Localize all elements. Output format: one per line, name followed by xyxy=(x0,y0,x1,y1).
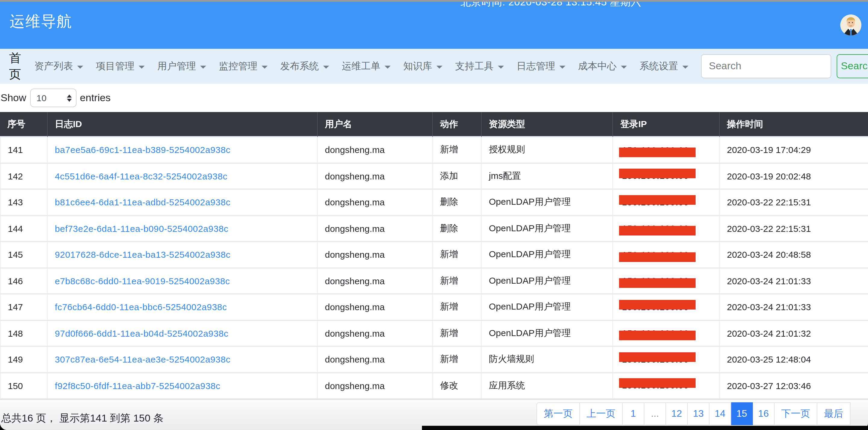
pagination-page-16[interactable]: 16 xyxy=(753,402,775,425)
nav-item-tools[interactable]: 支持工具 xyxy=(455,60,504,73)
cell-seq: 149 xyxy=(0,347,48,373)
cell-action: 添加 xyxy=(433,164,482,190)
table-row: 150 f92f8c50-6fdf-11ea-abb7-5254002a938c… xyxy=(0,373,868,399)
redacted-ip: 150.100.100.00 xyxy=(620,379,691,392)
redacted-ip: 150.100.100.00 xyxy=(620,169,691,183)
cell-logid: 97d0f666-6dd1-11ea-b04d-5254002a938c xyxy=(48,321,318,347)
pagination-next[interactable]: 下一页 xyxy=(775,402,817,425)
nav-item-cost[interactable]: 成本中心 xyxy=(578,60,627,73)
nav-item-release[interactable]: 发布系统 xyxy=(280,60,329,73)
cell-resource: OpenLDAP用户管理 xyxy=(482,295,613,321)
chevron-down-icon xyxy=(138,65,145,68)
redacted-ip: 150.100.100.00 xyxy=(620,143,691,157)
cell-user: dongsheng.ma xyxy=(318,216,433,242)
cell-action: 新增 xyxy=(433,321,482,347)
log-id-link[interactable]: 307c87ea-6e54-11ea-ae3e-5254002a938c xyxy=(55,355,230,365)
table-header-row: 序号 日志ID 用户名 动作 资源类型 登录IP 操作时间 xyxy=(0,112,868,137)
table-row: 144 bef73e2e-6da1-11ea-b090-5254002a938c… xyxy=(0,216,868,242)
nav-item-home[interactable]: 首页 xyxy=(9,50,21,82)
app-header: 运维导航 北京时间: 2020-03-28 13:15:45 星期六 xyxy=(0,2,868,49)
nav-item-assets[interactable]: 资产列表 xyxy=(34,60,83,73)
redacted-ip: 150.100.100.00 xyxy=(620,353,691,366)
log-id-link[interactable]: bef73e2e-6da1-11ea-b090-5254002a938c xyxy=(55,224,228,234)
cell-action: 新增 xyxy=(433,347,482,373)
cell-resource: OpenLDAP用户管理 xyxy=(482,242,613,268)
pagination-page-14[interactable]: 14 xyxy=(710,402,731,425)
chevron-down-icon xyxy=(77,65,83,68)
cell-ip: 150.100.100.00 xyxy=(613,190,720,216)
table-footer: 总共16 页， 显示第141 到第 150 条 第一页 上一页 1 ... 12… xyxy=(0,399,868,430)
page-size-select[interactable]: 10 xyxy=(30,89,76,107)
cell-time: 2020-03-24 21:01:33 xyxy=(720,268,868,295)
log-id-link[interactable]: ba7ee5a6-69c1-11ea-b389-5254002a938c xyxy=(55,145,230,155)
cell-time: 2020-03-22 22:15:31 xyxy=(720,216,868,242)
redaction-block xyxy=(619,331,696,340)
pagination-page-15-current[interactable]: 15 xyxy=(731,402,753,425)
search-input[interactable] xyxy=(701,54,831,78)
chevron-down-icon xyxy=(200,65,206,68)
beijing-clock-wrap: 北京时间: 2020-03-28 13:15:45 星期六 xyxy=(461,2,641,16)
chevron-down-icon xyxy=(261,65,268,68)
col-header-resource: 资源类型 xyxy=(482,112,613,137)
log-id-link[interactable]: fc76cb64-6dd0-11ea-bbc6-5254002a938c xyxy=(55,302,227,312)
cell-logid: f92f8c50-6fdf-11ea-abb7-5254002a938c xyxy=(48,373,318,399)
log-id-link[interactable]: 97d0f666-6dd1-11ea-b04d-5254002a938c xyxy=(55,328,228,338)
col-header-user: 用户名 xyxy=(318,112,433,137)
beijing-clock: 北京时间: 2020-03-28 13:15:45 星期六 xyxy=(461,2,641,9)
redacted-ip: 150.100.100.00 xyxy=(620,222,691,235)
chevron-down-icon xyxy=(621,65,627,68)
pagination-page-12[interactable]: 12 xyxy=(666,402,688,425)
cell-time: 2020-03-19 20:02:48 xyxy=(720,164,868,190)
nav-item-projects[interactable]: 项目管理 xyxy=(96,60,145,73)
cell-action: 新增 xyxy=(433,295,482,321)
cell-logid: fc76cb64-6dd0-11ea-bbc6-5254002a938c xyxy=(48,295,318,321)
cell-time: 2020-03-25 12:48:04 xyxy=(720,347,868,373)
nav-item-monitoring[interactable]: 监控管理 xyxy=(219,60,268,73)
log-id-link[interactable]: f92f8c50-6fdf-11ea-abb7-5254002a938c xyxy=(55,381,220,391)
table-row: 148 97d0f666-6dd1-11ea-b04d-5254002a938c… xyxy=(0,321,868,347)
cell-user: dongsheng.ma xyxy=(318,268,433,295)
cell-seq: 145 xyxy=(0,242,48,268)
pagination-last[interactable]: 最后 xyxy=(817,402,850,425)
cell-user: dongsheng.ma xyxy=(318,190,433,216)
chevron-down-icon xyxy=(323,65,329,68)
search-button[interactable]: Search xyxy=(837,54,868,78)
cell-time: 2020-03-19 17:04:29 xyxy=(720,137,868,164)
cell-time: 2020-03-22 22:15:31 xyxy=(720,190,868,216)
log-id-link[interactable]: 92017628-6dce-11ea-ba13-5254002a938c xyxy=(55,250,230,260)
nav-item-settings[interactable]: 系统设置 xyxy=(640,60,688,73)
cell-user: dongsheng.ma xyxy=(318,347,433,373)
cell-resource: 防火墙规则 xyxy=(482,347,613,373)
pagination-prev[interactable]: 上一页 xyxy=(580,402,623,425)
cell-action: 新增 xyxy=(433,242,482,268)
cell-ip: 150.100.100.00 xyxy=(613,347,720,373)
pagination-first[interactable]: 第一页 xyxy=(536,402,580,425)
cell-ip: 150.100.100.00 xyxy=(613,295,720,321)
entries-toolbar: Show 10 entries xyxy=(0,84,868,112)
pagination-page-13[interactable]: 13 xyxy=(688,402,710,425)
table-row: 145 92017628-6dce-11ea-ba13-5254002a938c… xyxy=(0,242,868,268)
nav-item-logs[interactable]: 日志管理 xyxy=(517,60,565,73)
cell-action: 修改 xyxy=(433,373,482,399)
col-header-logid: 日志ID xyxy=(48,112,318,137)
log-id-link[interactable]: e7b8c68c-6dd0-11ea-9019-5254002a938c xyxy=(55,276,230,286)
cell-logid: 307c87ea-6e54-11ea-ae3e-5254002a938c xyxy=(48,347,318,373)
redaction-block xyxy=(619,195,696,205)
nav-item-tickets[interactable]: 运维工单 xyxy=(342,60,391,73)
nav-item-knowledge[interactable]: 知识库 xyxy=(403,60,442,73)
cell-user: dongsheng.ma xyxy=(318,321,433,347)
cell-ip: 150.100.100.00 xyxy=(613,216,720,242)
desktop-edge xyxy=(422,426,868,430)
audit-log-table: 序号 日志ID 用户名 动作 资源类型 登录IP 操作时间 141 ba7ee5… xyxy=(0,112,868,399)
cell-time: 2020-03-27 12:03:46 xyxy=(720,373,868,399)
log-id-link[interactable]: 4c551d6e-6a4f-11ea-8c32-5254002a938c xyxy=(55,171,227,181)
cell-resource: OpenLDAP用户管理 xyxy=(482,321,613,347)
cell-user: dongsheng.ma xyxy=(318,164,433,190)
redaction-block xyxy=(619,226,696,236)
nav-item-users[interactable]: 用户管理 xyxy=(157,60,206,73)
cell-user: dongsheng.ma xyxy=(318,373,433,399)
user-avatar[interactable] xyxy=(840,14,861,36)
log-id-link[interactable]: b81c6ee4-6da1-11ea-adbd-5254002a938c xyxy=(55,197,230,207)
cell-action: 删除 xyxy=(433,216,482,242)
pagination-page-1[interactable]: 1 xyxy=(623,402,644,425)
